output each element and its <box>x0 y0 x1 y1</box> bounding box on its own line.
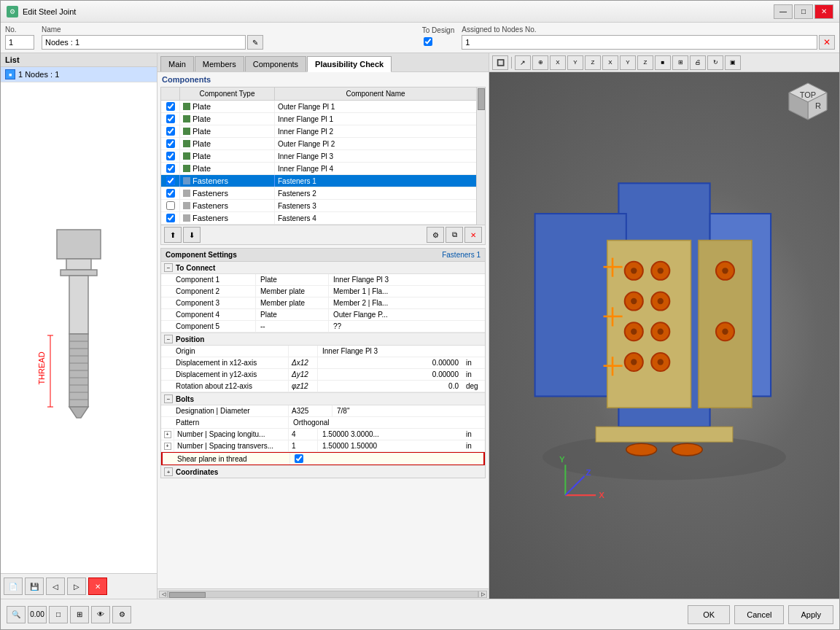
view-btn-13[interactable]: ↻ <box>707 55 723 70</box>
table-scrollbar[interactable] <box>476 88 485 225</box>
bottom-btn-1[interactable]: 🔍 <box>7 606 26 623</box>
table-row[interactable]: Plate Outer Flange Pl 1 <box>161 101 485 113</box>
clear-assigned-button[interactable]: ✕ <box>819 35 835 50</box>
new-button[interactable]: 📄 <box>4 578 23 595</box>
bottom-btn-4[interactable]: ⊞ <box>70 606 89 623</box>
bottom-btn-2[interactable]: 0.00 <box>28 606 47 623</box>
list-item[interactable]: ■ 1 Nodes : 1 <box>1 67 157 82</box>
row9-checkbox[interactable] <box>166 201 175 210</box>
bolts-header[interactable]: − Bolts <box>161 392 485 405</box>
col-type-header: Component Type <box>180 88 275 100</box>
tab-main[interactable]: Main <box>160 56 194 71</box>
table-row[interactable]: Fasteners Fasteners 2 <box>161 187 485 200</box>
num-long-expand[interactable]: + <box>161 429 174 440</box>
svg-rect-59 <box>596 427 733 442</box>
table-row[interactable]: Fasteners Fasteners 4 <box>161 212 485 225</box>
num-trans-row: + Number | Spacing transvers... 1 1.5000… <box>161 440 485 452</box>
row7-type: Fasteners <box>192 176 228 185</box>
h-scroll-thumb[interactable] <box>169 592 206 598</box>
move-down-button[interactable]: ⬇ <box>183 227 201 243</box>
view-btn-14[interactable]: ▣ <box>725 55 741 70</box>
connect-row-5: Component 5 -- ?? <box>161 321 485 332</box>
add-component-button[interactable]: ⬆ <box>164 227 182 243</box>
comp3-val1: Member plate <box>256 298 329 308</box>
table-row-selected[interactable]: Fasteners Fasteners 1 <box>161 175 485 187</box>
view-btn-4[interactable]: X <box>550 55 566 70</box>
svg-point-44 <box>658 298 664 304</box>
h-scrollbar[interactable]: ◁ ▷ <box>158 588 489 599</box>
toolbar-separator <box>511 57 512 69</box>
num-trans-expand[interactable]: + <box>161 440 174 451</box>
row3-checkbox[interactable] <box>166 127 175 136</box>
disp-x-value: 0.00000 <box>318 357 463 368</box>
to-design-checkbox[interactable] <box>424 37 432 46</box>
table-row[interactable]: Plate Inner Flange Pl 1 <box>161 113 485 125</box>
table-row[interactable]: Plate Inner Flange Pl 2 <box>161 125 485 138</box>
copy-button[interactable]: ⧉ <box>446 227 463 243</box>
coordinates-header[interactable]: + Coordinates <box>161 465 485 478</box>
delete-button[interactable]: ✕ <box>88 578 107 595</box>
edit-name-button[interactable]: ✎ <box>247 35 263 50</box>
view-btn-6[interactable]: Z <box>585 55 601 70</box>
row7-checkbox[interactable] <box>166 176 175 185</box>
table-row[interactable]: Plate Inner Flange Pl 3 <box>161 150 485 163</box>
minimize-button[interactable]: — <box>774 4 793 19</box>
no-input[interactable] <box>5 35 34 50</box>
ok-button[interactable]: OK <box>688 605 730 624</box>
view-btn-5[interactable]: Y <box>567 55 583 70</box>
view-btn-11[interactable]: ⊞ <box>672 55 688 70</box>
bottom-btn-3[interactable]: □ <box>49 606 68 623</box>
desig-val2: 7/8" <box>332 405 485 416</box>
tab-members[interactable]: Members <box>195 56 244 71</box>
row2-checkbox[interactable] <box>166 114 175 123</box>
table-row[interactable]: Plate Inner Flange Pl 4 <box>161 163 485 175</box>
tab-components[interactable]: Components <box>245 56 306 71</box>
row10-name: Fasteners 4 <box>275 212 485 224</box>
prev-button[interactable]: ◁ <box>46 578 65 595</box>
row6-checkbox[interactable] <box>166 164 175 173</box>
table-row[interactable]: Fasteners Fasteners 3 <box>161 200 485 212</box>
origin-symbol <box>289 346 318 357</box>
to-design-label: To Design <box>422 26 454 34</box>
maximize-button[interactable]: □ <box>794 4 813 19</box>
scroll-thumb[interactable] <box>478 88 485 110</box>
row8-checkbox[interactable] <box>166 189 175 198</box>
delete-component-button[interactable]: ✕ <box>464 227 482 243</box>
assigned-input[interactable] <box>462 35 817 50</box>
to-connect-header[interactable]: − To Connect <box>161 262 485 274</box>
settings-component-name: Fasteners 1 <box>442 251 481 259</box>
cancel-button[interactable]: Cancel <box>734 605 784 624</box>
next-button[interactable]: ▷ <box>67 578 86 595</box>
h-scroll-left[interactable]: ◁ <box>159 591 168 598</box>
h-scroll-track[interactable] <box>168 591 478 598</box>
3d-canvas[interactable]: TOP R <box>489 72 839 599</box>
save-button[interactable]: 💾 <box>25 578 44 595</box>
view-btn-9[interactable]: Z <box>637 55 653 70</box>
view-btn-12[interactable]: 🖨 <box>690 55 706 70</box>
row1-checkbox[interactable] <box>166 102 175 111</box>
view-btn-8[interactable]: Y <box>620 55 636 70</box>
name-input[interactable] <box>42 35 246 50</box>
view-btn-10[interactable]: ■ <box>655 55 671 70</box>
close-button[interactable]: ✕ <box>814 4 833 19</box>
row5-checkbox[interactable] <box>166 152 175 160</box>
connect-row-3: Component 3 Member plate Member 2 | Fla.… <box>161 298 485 309</box>
h-scroll-right[interactable]: ▷ <box>478 591 487 598</box>
row4-checkbox[interactable] <box>166 139 175 148</box>
row10-checkbox[interactable] <box>166 214 175 222</box>
shear-value[interactable] <box>290 453 483 464</box>
position-header[interactable]: − Position <box>161 332 485 346</box>
view-btn-3[interactable]: ⊕ <box>532 55 548 70</box>
num-trans-val2: 1.50000 1.50000 <box>318 440 463 451</box>
bottom-btn-6[interactable]: ⚙ <box>112 606 131 623</box>
view-btn-7[interactable]: X <box>602 55 618 70</box>
tab-plausibility[interactable]: Plausibility Check <box>307 56 392 72</box>
shear-checkbox[interactable] <box>295 454 303 463</box>
bottom-btn-5[interactable]: 👁 <box>91 606 110 623</box>
view-btn-1[interactable]: 🔲 <box>492 55 508 70</box>
view-toolbar: 🔲 ↗ ⊕ X Y Z X Y Z ■ ⊞ 🖨 ↻ ▣ <box>489 53 839 72</box>
table-row[interactable]: Plate Outer Flange Pl 2 <box>161 138 485 150</box>
view-btn-2[interactable]: ↗ <box>515 55 531 70</box>
settings-button[interactable]: ⚙ <box>427 227 444 243</box>
apply-button[interactable]: Apply <box>788 605 833 624</box>
